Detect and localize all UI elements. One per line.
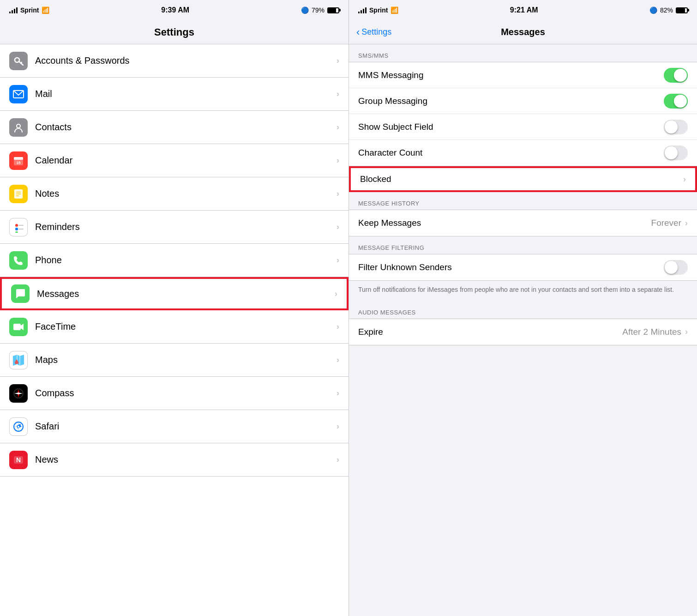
right-battery-pct: 82%: [660, 6, 673, 14]
bluetooth-icon-left: 🔵: [301, 6, 309, 14]
sidebar-item-phone[interactable]: Phone ›: [0, 244, 348, 277]
compass-label: Compass: [35, 388, 336, 399]
reminders-chevron: ›: [336, 222, 339, 232]
character-count-label: Character Count: [358, 148, 664, 158]
expire-row[interactable]: Expire After 2 Minutes ›: [349, 319, 697, 345]
sidebar-item-contacts[interactable]: Contacts ›: [0, 111, 348, 144]
accounts-icon: [9, 52, 28, 70]
compass-chevron: ›: [336, 388, 339, 398]
maps-icon: [9, 351, 28, 369]
sidebar-item-compass[interactable]: Compass ›: [0, 377, 348, 410]
sidebar-item-reminders[interactable]: Reminders ›: [0, 211, 348, 244]
sidebar-item-facetime[interactable]: FaceTime ›: [0, 310, 348, 344]
messages-page-title: Messages: [501, 27, 545, 37]
character-count-row[interactable]: Character Count: [349, 140, 697, 166]
sidebar-item-maps[interactable]: Maps ›: [0, 344, 348, 377]
filter-note-text: Turn off notifications for iMessages fro…: [358, 286, 674, 293]
keep-messages-value: Forever: [651, 218, 681, 228]
signal-bar-4: [16, 7, 18, 13]
wifi-icon-left: 📶: [42, 6, 49, 14]
mms-messaging-toggle[interactable]: [664, 68, 688, 83]
back-chevron-icon: ‹: [356, 26, 360, 38]
mail-chevron: ›: [336, 89, 339, 99]
contacts-label: Contacts: [35, 122, 336, 133]
group-messaging-toggle[interactable]: [664, 94, 688, 109]
expire-chevron: ›: [685, 327, 688, 337]
sidebar-item-news[interactable]: N News ›: [0, 443, 348, 477]
right-status-right: 🔵 82%: [649, 6, 688, 14]
svg-marker-20: [14, 393, 23, 394]
signal-bar-3: [14, 9, 15, 13]
sidebar-item-calendar[interactable]: 15 Calendar ›: [0, 144, 348, 177]
sidebar-item-safari[interactable]: Safari ›: [0, 410, 348, 443]
safari-icon: [9, 417, 28, 436]
group-messaging-label: Group Messaging: [358, 96, 664, 106]
accounts-chevron: ›: [336, 56, 339, 66]
sidebar-item-mail[interactable]: Mail ›: [0, 78, 348, 111]
back-label: Settings: [361, 27, 391, 37]
filter-unknown-knob: [665, 261, 678, 274]
right-status-bar: Sprint 📶 9:21 AM 🔵 82%: [349, 0, 697, 20]
maps-label: Maps: [35, 355, 336, 365]
message-filtering-body: Filter Unknown Senders: [349, 254, 697, 281]
svg-rect-17: [13, 324, 21, 330]
blocked-row[interactable]: Blocked ›: [349, 166, 697, 192]
group-messaging-row[interactable]: Group Messaging: [349, 88, 697, 114]
phone-label: Phone: [35, 255, 336, 266]
settings-title: Settings: [0, 20, 348, 44]
notes-icon: [9, 185, 28, 203]
right-time: 9:21 AM: [510, 6, 538, 14]
message-filtering-label: MESSAGE FILTERING: [358, 244, 424, 251]
blocked-chevron: ›: [683, 175, 686, 184]
svg-point-4: [17, 124, 20, 128]
blocked-label: Blocked: [360, 174, 683, 184]
contacts-icon: [9, 118, 28, 137]
messages-icon: [11, 284, 30, 303]
expire-label: Expire: [358, 327, 622, 337]
message-history-header: MESSAGE HISTORY: [349, 192, 697, 210]
right-signal-bar-1: [358, 12, 360, 13]
show-subject-knob: [665, 121, 678, 133]
back-button[interactable]: ‹ Settings: [356, 26, 391, 38]
character-count-toggle[interactable]: [664, 145, 688, 160]
right-signal-bar-3: [363, 9, 364, 13]
expire-value: After 2 Minutes: [622, 327, 681, 337]
facetime-label: FaceTime: [35, 321, 336, 332]
sidebar-item-notes[interactable]: Notes ›: [0, 177, 348, 211]
sidebar-item-messages[interactable]: Messages ›: [0, 277, 348, 310]
mail-label: Mail: [35, 89, 336, 99]
settings-list[interactable]: Accounts & Passwords › Mail › Contac: [0, 44, 348, 616]
show-subject-toggle[interactable]: [664, 120, 688, 134]
mail-icon: [9, 85, 28, 103]
contacts-chevron: ›: [336, 122, 339, 132]
keep-messages-row[interactable]: Keep Messages Forever ›: [349, 210, 697, 236]
mms-messaging-row[interactable]: MMS Messaging: [349, 62, 697, 88]
right-signal-bars: [358, 7, 367, 13]
sidebar-item-accounts[interactable]: Accounts & Passwords ›: [0, 44, 348, 78]
svg-point-25: [18, 426, 19, 428]
reminders-label: Reminders: [35, 222, 336, 232]
phone-icon: [9, 251, 28, 270]
keep-messages-chevron: ›: [685, 218, 688, 228]
settings-title-text: Settings: [154, 26, 194, 38]
smsmms-section-body: MMS Messaging Group Messaging Show Subje…: [349, 62, 697, 166]
signal-bar-2: [12, 10, 13, 13]
messages-content: SMS/MMS MMS Messaging Group Messaging Sh…: [349, 44, 697, 616]
maps-chevron: ›: [336, 355, 339, 365]
carrier-left: Sprint: [20, 6, 39, 14]
filter-unknown-toggle[interactable]: [664, 260, 688, 275]
time-left: 9:39 AM: [161, 6, 189, 14]
news-label: News: [35, 454, 336, 465]
right-wifi-icon: 📶: [391, 6, 398, 14]
notes-label: Notes: [35, 188, 336, 199]
accounts-label: Accounts & Passwords: [35, 55, 336, 66]
message-filtering-header: MESSAGE FILTERING: [349, 236, 697, 254]
svg-line-2: [21, 62, 22, 63]
filter-unknown-row[interactable]: Filter Unknown Senders: [349, 254, 697, 280]
safari-chevron: ›: [336, 422, 339, 431]
right-status-left: Sprint 📶: [358, 6, 398, 14]
safari-label: Safari: [35, 421, 336, 432]
show-subject-label: Show Subject Field: [358, 122, 664, 132]
show-subject-row[interactable]: Show Subject Field: [349, 114, 697, 140]
facetime-chevron: ›: [336, 322, 339, 332]
